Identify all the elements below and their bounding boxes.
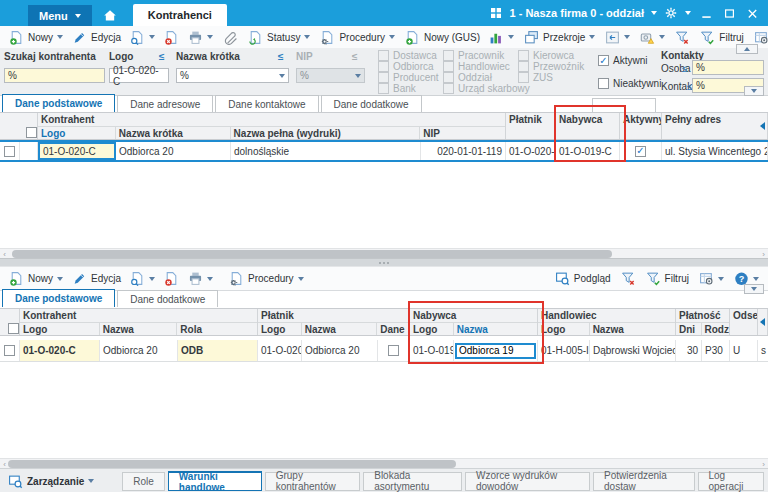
delete-button[interactable] (160, 269, 183, 288)
cell-kontrahent-nazwa[interactable]: Odbiorca 20 (100, 340, 178, 361)
chevron-down-icon[interactable] (149, 35, 155, 39)
column-header-logo[interactable]: Logo (410, 323, 454, 335)
cell-nip[interactable]: 020-01-01-119 (421, 142, 506, 160)
nabywca-nazwa-edit-input[interactable] (455, 343, 536, 359)
view-button[interactable] (126, 269, 159, 288)
statuses-button[interactable]: Statusy (244, 28, 314, 47)
analysis-button[interactable] (485, 28, 518, 47)
print-button[interactable] (184, 269, 217, 288)
new-gus-button[interactable]: Nowy (GUS) (401, 28, 484, 47)
chevron-down-icon[interactable] (685, 11, 691, 15)
column-header-nazwa-krotka[interactable]: Nazwa krótka (116, 127, 231, 139)
expand-detail-button[interactable] (744, 284, 764, 294)
chevron-left-icon[interactable] (760, 318, 765, 326)
nieaktywni-checkbox[interactable] (598, 78, 609, 89)
dane-checkbox[interactable] (388, 345, 399, 356)
procedures-button[interactable]: Procedury (316, 28, 399, 47)
cell-nabywca[interactable]: 01-O-019-C (556, 142, 620, 160)
chevron-down-icon[interactable] (57, 35, 63, 39)
chevron-down-icon[interactable] (508, 35, 514, 39)
back-button[interactable] (601, 28, 634, 47)
tab-dane-adresowe[interactable]: Dane adresowe (117, 95, 213, 112)
column-header-logo[interactable]: Logo (20, 323, 100, 335)
lte-icon[interactable]: ≤ (278, 51, 284, 62)
expand-more-button[interactable] (744, 86, 764, 96)
chevron-down-icon[interactable] (298, 277, 304, 281)
tab-warunki-handlowe[interactable]: Warunki handlowe (168, 471, 262, 491)
home-button[interactable] (94, 5, 126, 26)
row-checkbox[interactable] (4, 146, 15, 157)
column-header-pelny-adres[interactable]: Pełny adres (662, 113, 768, 139)
short-name-filter-select[interactable]: % (176, 68, 289, 83)
cross-sections-button[interactable]: Przekroje (520, 28, 599, 47)
tab-wzorce-wydrukow[interactable]: Wzorce wydruków dowodów (465, 472, 590, 491)
column-header-nabywca[interactable]: Nabywca (556, 113, 620, 139)
tab-dane-podstawowe-lower[interactable]: Dane podstawowe (2, 289, 115, 307)
column-header-nazwa[interactable]: Nazwa (302, 323, 377, 335)
select-all-checkbox[interactable] (26, 127, 37, 138)
preview-button[interactable]: Podgląd (551, 269, 615, 288)
collapse-filter-button[interactable] (736, 44, 758, 54)
column-header-nazwa[interactable]: Nazwa (454, 323, 537, 335)
chevron-down-icon[interactable] (304, 35, 310, 39)
menu-button[interactable]: Menu (28, 5, 92, 26)
logo-filter-input[interactable]: 01-O-020-C (109, 68, 169, 83)
cell-dni[interactable]: 30 (676, 340, 702, 361)
column-header-aktywny[interactable]: Aktywny (620, 113, 662, 139)
chevron-down-icon[interactable] (389, 35, 395, 39)
tab-potwierdzenia-dostaw[interactable]: Potwierdzenia dostaw (593, 472, 694, 491)
view-button[interactable] (126, 28, 159, 47)
column-header-logo[interactable]: Logo (538, 323, 590, 335)
close-button[interactable] (744, 5, 760, 21)
tab-dane-podstawowe[interactable]: Dane podstawowe (2, 94, 115, 112)
chevron-down-icon[interactable] (718, 277, 724, 281)
cell-nazwa-krotka[interactable]: Odbiorca 20 (116, 142, 231, 160)
tab-dane-dodatkowe[interactable]: Dane dodatkowe (321, 95, 422, 112)
cell-nabywca-logo[interactable]: 01-O-019-C (410, 340, 454, 361)
column-header-nazwa[interactable]: Nazwa (100, 323, 178, 335)
cell-dane[interactable] (378, 340, 410, 361)
maximize-button[interactable] (721, 5, 737, 21)
column-header-dni[interactable]: Dni (676, 323, 702, 335)
cell-logo[interactable]: 01-O-020-C (38, 142, 116, 160)
column-header-rodzaj[interactable]: Rodzaj (702, 323, 729, 335)
chevron-down-icon[interactable] (149, 277, 155, 281)
tab-dane-dodatkowe-lower[interactable]: Dane dodatkowe (117, 290, 218, 307)
search-input[interactable]: % (4, 68, 105, 83)
column-header-odsetki[interactable]: Odsetki (730, 309, 758, 335)
lte-icon[interactable]: ≤ (682, 63, 688, 74)
cell-rola[interactable]: ODB (178, 340, 258, 361)
row-checkbox[interactable] (4, 345, 15, 356)
lte-icon[interactable]: ≤ (159, 51, 165, 62)
chevron-down-icon[interactable] (207, 277, 213, 281)
cell-rodzaj[interactable]: P30 (702, 340, 730, 361)
row-checkbox-cell[interactable] (0, 142, 20, 160)
clear-filter-button[interactable] (617, 269, 640, 288)
gear-icon[interactable] (664, 6, 678, 20)
column-header-nazwa[interactable]: Nazwa (590, 323, 675, 335)
attachments-button[interactable] (219, 28, 242, 47)
cell-overflow[interactable]: s (758, 340, 768, 361)
edit-button[interactable]: Edycja (68, 269, 125, 288)
apps-grid-icon[interactable] (489, 6, 503, 20)
cell-pelny-adres[interactable]: ul. Stysia Wincentego 23 (662, 142, 768, 160)
lower-hscroll-thumb[interactable] (8, 460, 456, 468)
new-button[interactable]: Nowy (5, 269, 67, 288)
cell-platnik-nazwa[interactable]: Odbiorca 20 (302, 340, 378, 361)
snapshot-button[interactable] (636, 28, 669, 47)
cell-nabywca-nazwa[interactable] (454, 340, 538, 361)
chevron-left-icon[interactable] (760, 122, 765, 130)
chevron-down-icon[interactable] (589, 35, 595, 39)
column-header-nazwa-pelna[interactable]: Nazwa pełna (wydruki) (231, 127, 421, 139)
chevron-down-icon[interactable] (753, 277, 759, 281)
new-button[interactable]: Nowy (5, 28, 67, 47)
grid-settings-button[interactable] (695, 269, 728, 288)
tab-grupy-kontrahentow[interactable]: Grupy kontrahentów (265, 472, 361, 491)
cell-handlowiec-nazwa[interactable]: Dąbrowski Wojciech - (590, 340, 676, 361)
edit-button[interactable]: Edycja (68, 28, 125, 47)
cell-platnik-logo[interactable]: 01-O-020-C (258, 340, 302, 361)
osoba-input[interactable]: % (692, 60, 764, 75)
column-header-logo[interactable]: Logo (258, 323, 302, 335)
column-header-nip[interactable]: NIP (420, 127, 505, 139)
chevron-down-icon[interactable] (651, 11, 657, 15)
